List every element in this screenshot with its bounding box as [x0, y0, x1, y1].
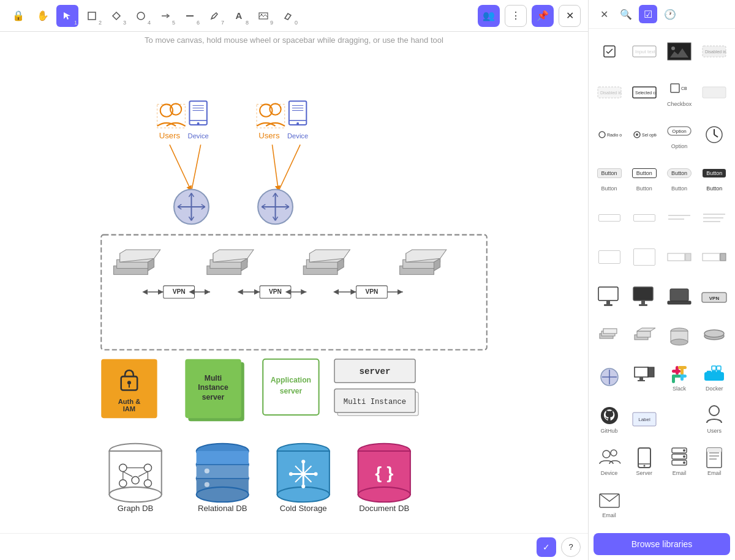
svg-text:Users: Users	[258, 131, 280, 140]
shape-github[interactable]: GitHub	[592, 398, 626, 439]
shape-btn-outline[interactable]: Button Button	[627, 157, 661, 198]
svg-point-25	[296, 122, 299, 125]
svg-point-65	[127, 381, 131, 384]
shape-vpn[interactable]: VPN	[698, 278, 731, 316]
image-tool[interactable]: 9	[252, 5, 274, 27]
svg-text:Instance: Instance	[198, 383, 228, 392]
shapes-grid: Input text Disabled input Disabled input…	[589, 29, 735, 528]
svg-rect-154	[668, 253, 685, 261]
shape-disk[interactable]	[698, 317, 731, 355]
svg-rect-192	[678, 366, 687, 369]
shape-server-icon[interactable]: Email	[663, 441, 696, 482]
shape-disabled-input3[interactable]	[698, 72, 731, 113]
shape-option[interactable]: Option Option	[663, 114, 696, 155]
svg-point-129	[671, 47, 675, 50]
shape-input-lines[interactable]	[663, 199, 696, 237]
shape-monitor[interactable]	[592, 278, 626, 316]
line-tool[interactable]: 6	[179, 5, 201, 27]
shape-monitor2[interactable]	[627, 278, 661, 316]
canvas-hint: To move canvas, hold mouse wheel or spac…	[0, 32, 588, 48]
svg-text:server: server	[359, 367, 390, 376]
svg-point-118	[314, 472, 317, 476]
svg-rect-99	[197, 451, 249, 465]
shape-input-row1[interactable]	[663, 238, 696, 276]
shape-disabled-input2[interactable]: Disabled input	[592, 72, 626, 113]
svg-point-20	[270, 103, 281, 114]
shape-router[interactable]	[592, 356, 626, 397]
shape-input-row2[interactable]	[698, 238, 731, 276]
shape-input-lines2[interactable]	[698, 199, 731, 237]
pin-button[interactable]: 📌	[532, 5, 554, 27]
svg-line-18	[191, 144, 200, 191]
bottom-bar: ✓ ?	[0, 533, 588, 560]
shape-user[interactable]: Users	[698, 398, 731, 439]
svg-rect-158	[598, 287, 618, 301]
ellipse-tool[interactable]: 4	[130, 5, 152, 27]
svg-point-202	[709, 406, 719, 416]
svg-text:Multi Instance: Multi Instance	[344, 398, 406, 406]
shape-disabled-input[interactable]: Disabled input	[698, 32, 731, 70]
hand-tool[interactable]: ✋	[32, 5, 54, 27]
svg-rect-155	[685, 253, 691, 261]
shape-input-sm[interactable]	[592, 199, 626, 237]
shape-btn-rounded[interactable]: Button Button	[663, 157, 696, 198]
shape-empty[interactable]	[663, 398, 696, 439]
shape-time[interactable]	[698, 114, 731, 155]
panel-clock-btn[interactable]: 🕐	[661, 5, 679, 23]
shape-device[interactable]: Server	[627, 441, 661, 482]
arrow-tool[interactable]: 5	[154, 5, 176, 27]
shape-radiobox[interactable]: Radio opt	[592, 114, 626, 155]
svg-text:Application: Application	[271, 376, 311, 384]
browse-libraries-button[interactable]: Browse libraries	[594, 533, 730, 555]
shape-selected-combo[interactable]: Selected combo	[627, 72, 661, 113]
shape-slack[interactable]: Slack	[663, 356, 696, 397]
diamond-tool[interactable]: 3	[105, 5, 127, 27]
shape-btn-dark[interactable]: Button Button	[698, 157, 731, 198]
toolbar: 🔒 ✋ 1 2 3 4 5 6 7 A	[0, 0, 588, 32]
svg-rect-186	[672, 370, 680, 373]
shape-server3d[interactable]	[592, 317, 626, 355]
shape-text-input[interactable]: Input text	[627, 32, 661, 70]
eraser-tool[interactable]: 0	[277, 5, 299, 27]
help-button[interactable]: ?	[561, 537, 581, 557]
shape-email[interactable]: Email	[592, 483, 626, 525]
shape-docker[interactable]: Docker	[698, 356, 731, 397]
shape-btn-default[interactable]: Button Button	[592, 157, 626, 198]
shape-radiosel[interactable]: Sel option	[627, 114, 661, 155]
check-button[interactable]: ✓	[537, 537, 556, 557]
shape-server3d2[interactable]	[627, 317, 661, 355]
shape-checkbox-down[interactable]	[592, 32, 626, 70]
panel-check-btn[interactable]: ☑	[639, 5, 657, 23]
svg-rect-198	[707, 371, 711, 375]
text-tool[interactable]: A 8	[228, 5, 250, 27]
svg-point-117	[289, 472, 293, 476]
svg-text:Auth &: Auth &	[118, 398, 141, 405]
shape-laptop[interactable]	[663, 278, 696, 316]
shape-workstation[interactable]	[627, 356, 661, 397]
more-button[interactable]: ⋮	[505, 5, 527, 27]
shape-users[interactable]: Device	[592, 441, 626, 482]
panel-search-btn[interactable]: 🔍	[617, 5, 635, 23]
pen-tool[interactable]: 7	[203, 5, 225, 27]
svg-line-31	[279, 144, 301, 191]
svg-rect-205	[638, 448, 650, 468]
shape-textarea[interactable]	[592, 238, 626, 276]
shape-input-md[interactable]	[627, 199, 661, 237]
shape-textarea2[interactable]	[627, 238, 661, 276]
shape-checkbox2[interactable]: CB Checkbox	[663, 72, 696, 113]
shape-label-img[interactable]: Label	[627, 398, 661, 439]
svg-rect-218	[707, 448, 722, 452]
lock-tool[interactable]: 🔒	[7, 5, 29, 27]
shape-image-placeholder[interactable]	[663, 32, 696, 70]
rect-tool[interactable]: 2	[81, 5, 103, 27]
svg-text:Disabled input: Disabled input	[705, 50, 726, 54]
main-canvas[interactable]: Users Device	[0, 48, 588, 533]
svg-rect-165	[668, 301, 691, 304]
select-tool[interactable]: 1	[56, 5, 78, 27]
shape-server-page[interactable]: Email	[698, 441, 731, 482]
close-button[interactable]: ✕	[559, 5, 581, 27]
shape-server3d3[interactable]	[663, 317, 696, 355]
panel-close-btn[interactable]: ✕	[595, 5, 613, 23]
people-button[interactable]: 👥	[478, 5, 500, 27]
svg-point-115	[301, 460, 305, 463]
